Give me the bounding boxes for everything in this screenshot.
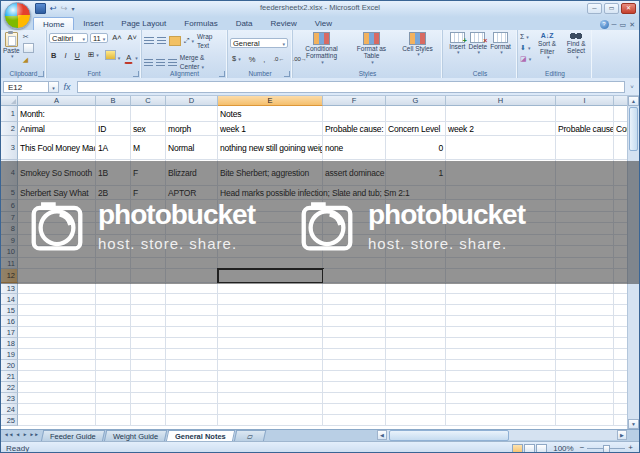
cell-D23[interactable] <box>166 393 218 404</box>
cell-B25[interactable] <box>96 415 131 426</box>
row-header-25[interactable]: 25 <box>1 415 18 426</box>
name-box[interactable]: E12 <box>3 81 49 93</box>
cell-C24[interactable] <box>131 404 166 415</box>
font-name-select[interactable]: Calibri▾ <box>49 33 88 43</box>
cell-E3[interactable]: nothing new still goining weigl <box>218 136 323 160</box>
cell-E13[interactable] <box>218 283 323 294</box>
cell-C15[interactable] <box>131 305 166 316</box>
zoom-out-icon[interactable]: − <box>580 444 585 452</box>
cell-I14[interactable] <box>556 294 614 305</box>
cell-E21[interactable] <box>218 371 323 382</box>
grow-font-button[interactable]: A˄ <box>110 32 123 43</box>
comma-button[interactable]: , <box>261 54 267 65</box>
cell-E1[interactable]: Notes <box>218 106 323 122</box>
cell-H16[interactable] <box>446 316 556 327</box>
shrink-font-button[interactable]: A˅ <box>126 32 139 43</box>
sheet-tab-weight-guide[interactable]: Weight Guide <box>103 430 167 442</box>
column-header-H[interactable]: H <box>446 96 556 106</box>
vertical-scroll-thumb[interactable] <box>629 107 638 151</box>
cell-H3[interactable] <box>446 136 556 160</box>
cell-H22[interactable] <box>446 382 556 393</box>
row-header-13[interactable]: 13 <box>1 283 18 294</box>
cell-D21[interactable] <box>166 371 218 382</box>
cell-B3[interactable]: 1A <box>96 136 131 160</box>
align-top-icon[interactable] <box>144 37 154 45</box>
cell-B21[interactable] <box>96 371 131 382</box>
cell-A21[interactable] <box>18 371 96 382</box>
format-as-table-button[interactable]: Format as Table▾ <box>350 32 394 67</box>
cell-G23[interactable] <box>386 393 446 404</box>
cell-E19[interactable] <box>218 349 323 360</box>
zoom-level[interactable]: 100% <box>553 444 573 453</box>
cell-F15[interactable] <box>323 305 386 316</box>
cell-A16[interactable] <box>18 316 96 327</box>
cell-H17[interactable] <box>446 327 556 338</box>
clipboard-dialog-launcher[interactable] <box>38 71 44 77</box>
cell-B19[interactable] <box>96 349 131 360</box>
paste-button[interactable]: Paste▾ <box>3 32 20 67</box>
cell-G2[interactable]: Concern Level <box>386 122 446 136</box>
scroll-right-icon[interactable]: ▶ <box>617 430 627 440</box>
fill-color-button[interactable]: ▾ <box>105 46 121 64</box>
cell-I20[interactable] <box>556 360 614 371</box>
sheet-tab-general-notes[interactable]: General Notes <box>166 430 235 442</box>
cell-A13[interactable] <box>18 283 96 294</box>
align-left-icon[interactable] <box>144 59 153 67</box>
cell-G18[interactable] <box>386 338 446 349</box>
cell-G21[interactable] <box>386 371 446 382</box>
cell-D15[interactable] <box>166 305 218 316</box>
orientation-icon[interactable]: ⤢▾ <box>184 36 194 46</box>
cell-E20[interactable] <box>218 360 323 371</box>
cell-B1[interactable] <box>96 106 131 122</box>
align-bottom-icon[interactable] <box>169 36 181 46</box>
tab-review[interactable]: Review <box>262 17 306 30</box>
format-cells-button[interactable]: Format▾ <box>490 32 511 67</box>
conditional-formatting-button[interactable]: Conditional Formatting▾ <box>298 32 346 67</box>
row-header-22[interactable]: 22 <box>1 382 18 393</box>
cell-F19[interactable] <box>323 349 386 360</box>
cell-H1[interactable] <box>446 106 556 122</box>
cell-H14[interactable] <box>446 294 556 305</box>
number-dialog-launcher[interactable] <box>284 71 290 77</box>
number-format-select[interactable]: General▾ <box>230 38 288 48</box>
cell-A24[interactable] <box>18 404 96 415</box>
cell-D20[interactable] <box>166 360 218 371</box>
cell-B13[interactable] <box>96 283 131 294</box>
copy-icon[interactable] <box>23 43 34 53</box>
cell-styles-button[interactable]: Cell Styles▾ <box>398 32 438 67</box>
zoom-slider-thumb[interactable] <box>603 445 610 453</box>
tab-page-layout[interactable]: Page Layout <box>112 17 175 30</box>
name-box-dropdown-icon[interactable]: ▾ <box>49 81 59 93</box>
cell-H23[interactable] <box>446 393 556 404</box>
cell-E2[interactable]: week 1 <box>218 122 323 136</box>
cell-B24[interactable] <box>96 404 131 415</box>
italic-button[interactable]: I <box>62 50 68 61</box>
column-header-B[interactable]: B <box>96 96 131 106</box>
cell-D14[interactable] <box>166 294 218 305</box>
align-right-icon[interactable] <box>168 59 177 67</box>
cell-D1[interactable] <box>166 106 218 122</box>
cell-H20[interactable] <box>446 360 556 371</box>
cell-F2[interactable]: Probable cause: <box>323 122 386 136</box>
cell-D25[interactable] <box>166 415 218 426</box>
row-header-17[interactable]: 17 <box>1 327 18 338</box>
select-all-corner[interactable] <box>1 96 18 106</box>
cell-D19[interactable] <box>166 349 218 360</box>
font-size-select[interactable]: 11▾ <box>90 33 108 43</box>
workbook-restore-button[interactable]: ▭ <box>620 20 627 29</box>
cell-D2[interactable]: morph <box>166 122 218 136</box>
workbook-close-button[interactable]: ✕ <box>629 20 635 29</box>
cell-A22[interactable] <box>18 382 96 393</box>
cell-G22[interactable] <box>386 382 446 393</box>
cell-G1[interactable] <box>386 106 446 122</box>
delete-cells-button[interactable]: Delete▾ <box>468 32 487 67</box>
horizontal-scrollbar[interactable]: ◀ ▶ <box>377 430 627 440</box>
last-sheet-icon[interactable]: ⯈⯈ <box>29 432 39 439</box>
cell-G15[interactable] <box>386 305 446 316</box>
cell-F23[interactable] <box>323 393 386 404</box>
cell-A17[interactable] <box>18 327 96 338</box>
cell-H25[interactable] <box>446 415 556 426</box>
row-header-20[interactable]: 20 <box>1 360 18 371</box>
align-middle-icon[interactable] <box>157 37 167 45</box>
cell-C13[interactable] <box>131 283 166 294</box>
